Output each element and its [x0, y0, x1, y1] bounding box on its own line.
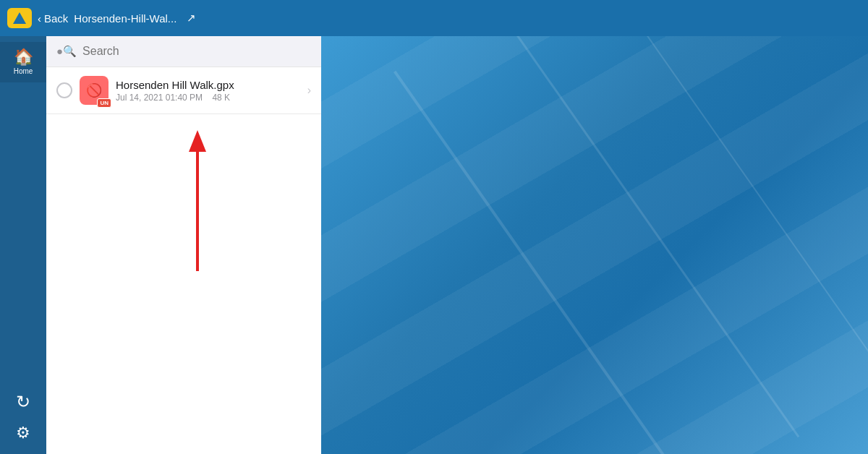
back-chevron-icon: ‹ — [38, 12, 41, 25]
file-icon-wrapper: 🚫 UN — [80, 76, 109, 105]
file-panel: ●🔍 🚫 UN Horsenden Hill Walk.gpx Jul 14, … — [46, 36, 321, 454]
file-chevron-icon: › — [307, 84, 311, 97]
file-meta: Jul 14, 2021 01:40 PM 48 K — [116, 93, 300, 103]
refresh-icon: ↻ — [16, 393, 30, 411]
back-button[interactable]: ‹ Back — [38, 12, 68, 25]
breadcrumb-title: Horsenden-Hill-Wal... — [74, 12, 176, 25]
file-select-radio[interactable] — [56, 82, 72, 98]
file-badge: UN — [97, 98, 111, 108]
file-info: Horsenden Hill Walk.gpx Jul 14, 2021 01:… — [116, 79, 300, 103]
map-area — [321, 36, 868, 454]
file-list: 🚫 UN Horsenden Hill Walk.gpx Jul 14, 202… — [46, 67, 321, 454]
export-icon[interactable]: ↗︎ — [187, 12, 196, 25]
sidebar-item-settings[interactable]: ⚙ — [0, 418, 46, 448]
file-date: Jul 14, 2021 01:40 PM — [116, 93, 203, 103]
app-logo — [7, 8, 32, 28]
search-bar: ●🔍 — [46, 36, 321, 67]
settings-gear-icon: ⚙ — [16, 425, 30, 441]
sidebar: 🏠 Home ↻ ⚙ — [0, 36, 46, 454]
main-area: 🏠 Home ↻ ⚙ ●🔍 🚫 UN — [0, 36, 868, 454]
sidebar-home-label: Home — [14, 67, 33, 75]
search-icon: ●🔍 — [56, 45, 77, 58]
svg-marker-0 — [13, 12, 26, 24]
home-icon: 🏠 — [14, 49, 33, 65]
sidebar-item-home[interactable]: 🏠 Home — [0, 42, 46, 82]
map-overlay — [321, 36, 868, 454]
back-label: Back — [44, 12, 68, 25]
sidebar-item-refresh[interactable]: ↻ — [0, 386, 46, 418]
file-size: 48 K — [212, 93, 230, 103]
search-input[interactable] — [82, 45, 311, 58]
top-bar: ‹ Back Horsenden-Hill-Wal... ↗︎ — [0, 0, 868, 36]
file-name: Horsenden Hill Walk.gpx — [116, 79, 300, 91]
file-list-item[interactable]: 🚫 UN Horsenden Hill Walk.gpx Jul 14, 202… — [46, 67, 321, 114]
